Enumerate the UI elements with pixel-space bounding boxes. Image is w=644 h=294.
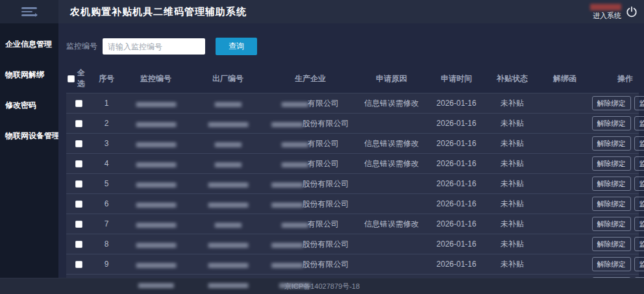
top-header: 农机购置补贴机具二维码管理辅助系统 进入系统 (0, 0, 644, 23)
col-header-reason: 申请原因 (356, 70, 427, 88)
subsidy-status: 未补贴 (486, 176, 539, 192)
col-header-action: 操作 (591, 70, 644, 88)
unbind-button[interactable]: 解除绑定 (592, 136, 631, 151)
subsidy-status: 未补贴 (486, 216, 539, 232)
row-select-cell (66, 117, 92, 130)
monitor-button[interactable]: 监控 (634, 197, 644, 211)
application-time: 2026-01-16 (427, 177, 486, 191)
sidebar-item-1[interactable]: 企业信息管理 (0, 32, 58, 56)
monitor-number-redacted: ▆▆▆▆▆▆▆▆▆ (121, 237, 191, 251)
monitor-number-redacted: ▆▆▆▆▆▆▆▆▆ (121, 96, 191, 110)
table-row: 7▆▆▆▆▆▆▆▆▆▆▆▆▆▆▆▆▆▆▆▆▆有限公司信息错误需修改2026-01… (66, 214, 639, 234)
application-time: 2026-01-16 (427, 156, 486, 171)
unbind-button[interactable]: 解除绑定 (592, 237, 631, 251)
table-row: 4▆▆▆▆▆▆▆▆▆▆▆▆▆▆▆▆▆▆▆▆▆有限公司信息错误需修改2026-01… (66, 154, 639, 174)
unbind-letter (539, 121, 591, 126)
select-all-label: 全选 (77, 67, 91, 90)
factory-number-redacted: ▆▆▆▆▆▆▆▆▆ (191, 237, 265, 251)
unbind-letter (539, 221, 591, 227)
row-checkbox[interactable] (75, 100, 82, 107)
user-area[interactable]: 进入系统 (590, 0, 644, 23)
row-checkbox[interactable] (75, 140, 82, 147)
row-select-cell (66, 258, 92, 271)
unbind-button[interactable]: 解除绑定 (592, 217, 631, 231)
col-header-company: 生产企业 (265, 71, 356, 86)
application-time: 2026-01-16 (427, 197, 486, 211)
monitor-number-redacted: ▆▆▆▆▆▆▆▆▆ (121, 116, 191, 130)
row-checkbox[interactable] (75, 120, 82, 127)
username-redacted (590, 4, 621, 10)
application-reason: 信息错误需修改 (356, 156, 427, 172)
search-input[interactable] (103, 38, 205, 55)
table-body: 1▆▆▆▆▆▆▆▆▆▆▆▆▆▆▆▆▆▆▆▆▆有限公司信息错误需修改2026-01… (66, 93, 639, 294)
subsidy-status: 未补贴 (486, 95, 539, 112)
factory-number-redacted: ▆▆▆▆▆▆ (191, 96, 265, 110)
subsidy-status: 未补贴 (486, 116, 539, 132)
application-time: 2026-01-16 (427, 136, 486, 151)
row-number: 9 (92, 257, 121, 271)
col-header-status: 补贴状态 (486, 70, 539, 88)
company-name: ▆▆▆▆▆▆▆股份有限公司 (265, 117, 356, 130)
unbind-button[interactable]: 解除绑定 (592, 257, 631, 271)
table-row: 3▆▆▆▆▆▆▆▆▆▆▆▆▆▆▆▆▆▆▆▆▆有限公司信息错误需修改2026-01… (66, 134, 639, 154)
row-checkbox[interactable] (75, 221, 82, 228)
row-number: 7 (92, 217, 121, 231)
application-reason: 信息错误需修改 (356, 95, 427, 112)
unbind-button[interactable]: 解除绑定 (592, 116, 631, 130)
row-checkbox[interactable] (75, 261, 82, 268)
row-checkbox[interactable] (75, 201, 82, 208)
subsidy-status: 未补贴 (486, 156, 539, 172)
unbind-letter (539, 241, 591, 247)
sidebar-item-4[interactable]: 物联网设备管理 (0, 124, 58, 148)
monitor-button[interactable]: 监控 (634, 136, 644, 151)
company-name: ▆▆▆▆▆▆有限公司 (265, 217, 356, 231)
row-checkbox[interactable] (75, 160, 82, 167)
row-checkbox[interactable] (75, 180, 82, 188)
sidebar-nav: 企业信息管理物联网解绑修改密码物联网设备管理 (0, 23, 58, 278)
row-select-cell (66, 178, 92, 190)
sidebar-toggle-button[interactable] (0, 0, 58, 23)
enter-system-link[interactable]: 进入系统 (593, 12, 621, 19)
unbind-button[interactable]: 解除绑定 (592, 177, 631, 191)
application-reason (356, 201, 427, 206)
row-number: 3 (92, 136, 121, 151)
monitor-button[interactable]: 监控 (634, 116, 644, 130)
select-all-checkbox[interactable] (68, 75, 75, 82)
col-header-letter: 解绑函 (539, 70, 591, 88)
col-header-monitor: 监控编号 (121, 70, 191, 88)
unbind-letter (539, 181, 591, 186)
page-footer: 京ICP备14027879号-18 (0, 278, 644, 294)
row-number: 8 (92, 237, 121, 251)
row-actions: 解除绑定监控 (591, 93, 644, 113)
company-name: ▆▆▆▆▆▆▆股份有限公司 (265, 238, 356, 251)
row-actions: 解除绑定监控 (591, 214, 644, 234)
row-select-cell (66, 238, 92, 251)
sidebar-item-2[interactable]: 物联网解绑 (0, 63, 58, 87)
app-window: 农机购置补贴机具二维码管理辅助系统 进入系统 企业信息管理物联网解绑修改密码物联… (0, 0, 644, 294)
monitor-number-redacted: ▆▆▆▆▆▆▆▆▆ (121, 257, 191, 271)
search-label: 监控编号 (66, 41, 97, 52)
application-time: 2026-01-16 (427, 116, 486, 130)
monitor-button[interactable]: 监控 (634, 237, 644, 251)
monitor-number-redacted: ▆▆▆▆▆▆▆▆▆ (121, 156, 191, 171)
unbind-button[interactable]: 解除绑定 (592, 197, 631, 211)
unbind-letter (539, 161, 591, 166)
unbind-button[interactable]: 解除绑定 (592, 156, 631, 171)
application-time: 2026-01-16 (427, 237, 486, 251)
row-actions: 解除绑定监控 (591, 154, 644, 173)
subsidy-status: 未补贴 (486, 256, 539, 273)
row-actions: 解除绑定监控 (591, 234, 644, 254)
sidebar-item-3[interactable]: 修改密码 (0, 93, 58, 117)
row-checkbox[interactable] (75, 241, 82, 248)
unbind-button[interactable]: 解除绑定 (592, 96, 631, 110)
monitor-button[interactable]: 监控 (634, 156, 644, 171)
power-icon[interactable] (626, 6, 638, 18)
monitor-button[interactable]: 监控 (634, 257, 644, 271)
monitor-button[interactable]: 监控 (634, 177, 644, 191)
monitor-button[interactable]: 监控 (634, 217, 644, 231)
company-name: ▆▆▆▆▆▆▆股份有限公司 (265, 258, 356, 271)
row-actions: 解除绑定监控 (591, 134, 644, 153)
monitor-button[interactable]: 监控 (634, 96, 644, 110)
query-button[interactable]: 查询 (216, 38, 257, 55)
row-select-cell (66, 97, 92, 110)
